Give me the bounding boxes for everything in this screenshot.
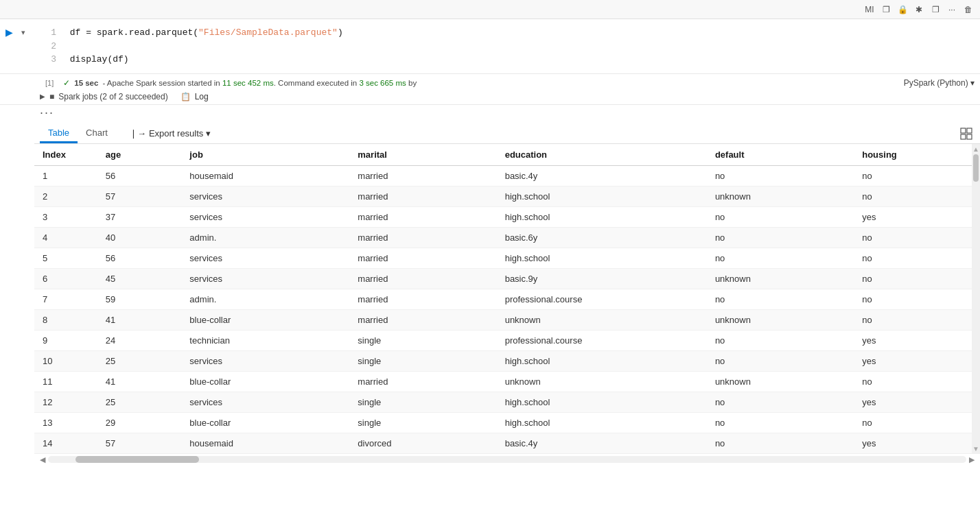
table-settings-icon[interactable] [958,125,975,142]
cell-r9-c6: yes [854,330,980,350]
cell-r4-c4: basic.6y [497,227,707,248]
cell-r7-c1: 59 [97,289,181,309]
log-link[interactable]: Log [195,92,209,101]
table-row: 156housemaidmarriedbasic.4ynono [34,165,980,186]
cell-r2-c6: no [854,186,980,206]
cell-r12-c3: single [349,392,496,412]
cell-r6-c4: basic.9y [497,268,707,289]
more-icon[interactable]: ··· [946,3,958,16]
cell-r12-c1: 25 [97,392,181,412]
cell-r10-c3: single [349,350,496,371]
collapse-button[interactable]: ▾ [18,27,29,38]
trash-icon[interactable]: 🗑 [962,3,975,16]
cell-r5-c0: 5 [34,248,97,268]
status-message: - Apache Spark session started in 11 sec… [102,79,417,87]
tab-chart[interactable]: Chart [78,124,116,143]
vertical-scrollbar[interactable]: ▲ ▼ [972,144,980,454]
cell-r2-c0: 2 [34,186,97,206]
cell-label: [1] [40,77,59,88]
tab-table[interactable]: Table [40,124,78,143]
cell-r8-c2: blue-collar [181,309,349,330]
scroll-right-icon[interactable]: ▶ [969,455,975,464]
cell-r5-c5: no [707,248,854,268]
cell-r8-c6: no [854,309,980,330]
status-check-icon: ✓ [63,78,70,88]
scroll-left-icon[interactable]: ◀ [40,455,45,464]
table-row: 759admin.marriedprofessional.coursenono [34,289,980,309]
cell-r5-c2: services [181,248,349,268]
cell-r2-c5: unknown [707,186,854,206]
cell-r8-c3: married [349,309,496,330]
spark-jobs-expand[interactable]: ▶ [40,93,45,100]
horizontal-scrollbar[interactable] [48,456,966,463]
cell-r1-c6: no [854,165,980,186]
cell-r11-c4: unknown [497,371,707,392]
cell-r10-c6: yes [854,350,980,371]
cell-r4-c1: 40 [97,227,181,248]
status-row: [1] ✓ 15 sec - Apache Spark session star… [34,75,422,91]
cell-r1-c0: 1 [34,165,97,186]
table-row: 556servicesmarriedhigh.schoolnono [34,248,980,268]
cell-r6-c1: 45 [97,268,181,289]
table-row: 1025servicessinglehigh.schoolnoyes [34,350,980,371]
cell-r11-c1: 41 [97,371,181,392]
cell-r12-c6: yes [854,392,980,412]
table-row: 645servicesmarriedbasic.9yunknownno [34,268,980,289]
cell-r4-c3: married [349,227,496,248]
scrollbar-h-thumb[interactable] [75,456,199,463]
cell-r7-c6: no [854,289,980,309]
run-button[interactable]: ▶ [3,26,15,38]
asterisk-icon[interactable]: ✱ [913,3,925,16]
cell-r8-c0: 8 [34,309,97,330]
cell-r4-c5: no [707,227,854,248]
cell-r8-c1: 41 [97,309,181,330]
cell-r6-c6: no [854,268,980,289]
cell-r10-c1: 25 [97,350,181,371]
cell-r13-c6: no [854,412,980,433]
spark-jobs-label[interactable]: Spark jobs (2 of 2 succeeded) [58,92,167,101]
cell-r3-c5: no [707,206,854,227]
cell-r7-c2: admin. [181,289,349,309]
cell-r2-c3: married [349,186,496,206]
pyspark-label[interactable]: PySpark (Python) ▾ [904,78,975,88]
col-header-marital: marital [349,144,496,166]
expand-icon[interactable]: ❐ [880,3,892,16]
cell-r4-c2: admin. [181,227,349,248]
cell-r6-c3: married [349,268,496,289]
cell-r2-c2: services [181,186,349,206]
output-section: ··· Table Chart ❘→ Export results ▾ [0,104,980,466]
cell-r14-c4: basic.4y [497,433,707,453]
cell-r14-c1: 57 [97,433,181,453]
cell-r9-c4: professional.course [497,330,707,350]
status-time: 15 sec [74,79,98,87]
cell-r11-c2: blue-collar [181,371,349,392]
cell-r2-c4: high.school [497,186,707,206]
lock-icon[interactable]: 🔒 [896,3,909,16]
cell-r10-c5: no [707,350,854,371]
output-area: [1] ✓ 15 sec - Apache Spark session star… [0,74,980,104]
code-line-3: display(df) [70,54,129,64]
cell-r3-c2: services [181,206,349,227]
mi-icon[interactable]: MI [863,3,876,16]
cell-r1-c2: housemaid [181,165,349,186]
export-results-button[interactable]: ❘→ Export results ▾ [124,125,216,142]
cell-r5-c3: married [349,248,496,268]
output-dots-menu[interactable]: ··· [40,106,54,119]
scrollbar-thumb[interactable] [973,154,979,182]
cell-r14-c2: housemaid [181,433,349,453]
cell-r10-c2: services [181,350,349,371]
top-toolbar: MI ❐ 🔒 ✱ ❐ ··· 🗑 [0,0,980,19]
cell-r3-c0: 3 [34,206,97,227]
table-row: 337servicesmarriedhigh.schoolnoyes [34,206,980,227]
cell-r5-c4: high.school [497,248,707,268]
cell-r14-c5: no [707,433,854,453]
cell-r13-c4: high.school [497,412,707,433]
code-line-1: df = spark.read.parquet("Files/SampleDat… [70,27,343,38]
cell-r1-c5: no [707,165,854,186]
col-header-education: education [497,144,707,166]
chat-icon[interactable]: ❐ [929,3,942,16]
code-editor[interactable]: 1 df = spark.read.parquet("Files/SampleD… [34,22,980,71]
log-icon: 📋 [180,92,191,101]
table-row: 841blue-collarmarriedunknownunknownno [34,309,980,330]
cell-r3-c1: 37 [97,206,181,227]
